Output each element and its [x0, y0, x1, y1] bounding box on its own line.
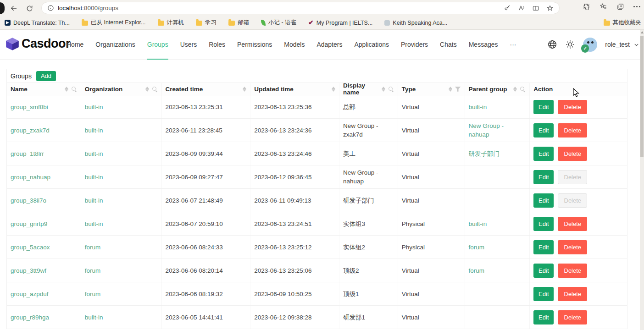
organization-link[interactable]: built-in	[85, 220, 103, 227]
organization-link[interactable]: built-in	[85, 127, 103, 134]
organization-link[interactable]: forum	[85, 267, 101, 274]
group-name-link[interactable]: group_nahuap	[11, 174, 50, 181]
nav-item-models[interactable]: Models	[278, 30, 311, 59]
filter-funnel-icon[interactable]	[455, 86, 461, 92]
page-scrollbar[interactable]	[640, 30, 644, 330]
nav-item-messages[interactable]: Messages	[463, 30, 504, 59]
column-header-display-name[interactable]: Display name	[339, 83, 398, 95]
delete-button[interactable]: Delete	[558, 100, 587, 114]
nav-item-groups[interactable]: Groups	[141, 30, 174, 59]
search-icon[interactable]	[71, 86, 77, 92]
delete-button[interactable]: Delete	[558, 287, 587, 301]
bookmark-item[interactable]: 计算机	[158, 19, 184, 27]
scrollbar-thumb[interactable]	[640, 36, 644, 157]
add-group-button[interactable]: Add	[36, 71, 56, 81]
nav-item-home[interactable]: Home	[61, 30, 89, 59]
parent-group-link[interactable]: built-in	[469, 220, 487, 228]
bookmark-deepl-translate-th[interactable]: DeepL Translate: Th...	[5, 20, 70, 26]
nav-item-providers[interactable]: Providers	[395, 30, 434, 59]
group-name-link[interactable]: group_5acaox	[11, 244, 50, 251]
organization-link[interactable]: forum	[85, 244, 101, 251]
edit-button[interactable]: Edit	[533, 147, 554, 161]
search-icon[interactable]	[520, 86, 526, 92]
nav-item-item[interactable]: ···	[504, 30, 522, 59]
sort-carets-icon[interactable]	[449, 87, 452, 92]
delete-button[interactable]: Delete	[558, 264, 587, 278]
delete-button[interactable]: Delete	[558, 217, 587, 231]
address-bar[interactable]: localhost:8000/groups	[41, 2, 560, 14]
search-icon[interactable]	[152, 86, 158, 92]
sort-carets-icon[interactable]	[145, 87, 149, 92]
favorites-bar-icon[interactable]	[600, 3, 607, 11]
edit-button[interactable]: Edit	[533, 100, 554, 114]
edit-button[interactable]: Edit	[533, 123, 554, 138]
nav-item-permissions[interactable]: Permissions	[231, 30, 278, 59]
nav-item-adapters[interactable]: Adapters	[311, 30, 348, 59]
language-globe-icon[interactable]	[547, 39, 557, 50]
delete-button[interactable]: Delete	[558, 147, 587, 161]
sort-carets-icon[interactable]	[332, 87, 335, 92]
column-header-organization[interactable]: Organization	[81, 83, 162, 95]
edit-button[interactable]: Edit	[533, 240, 554, 254]
edit-button[interactable]: Edit	[533, 264, 554, 278]
parent-group-link[interactable]: forum	[469, 243, 485, 252]
delete-button[interactable]: Delete	[558, 170, 587, 184]
edit-button[interactable]: Edit	[533, 310, 554, 324]
password-key-icon[interactable]	[504, 5, 511, 12]
organization-link[interactable]: forum	[85, 291, 101, 297]
split-screen-icon[interactable]	[532, 5, 539, 12]
read-aloud-icon[interactable]	[518, 5, 525, 12]
page-info-icon[interactable]	[47, 5, 54, 11]
parent-group-link[interactable]: forum	[469, 266, 485, 275]
edit-button[interactable]: Edit	[533, 287, 554, 301]
organization-link[interactable]: built-in	[85, 174, 103, 181]
column-header-created-time[interactable]: Created time	[162, 83, 251, 95]
group-name-link[interactable]: group_38ii7o	[11, 197, 46, 204]
edit-button[interactable]: Edit	[533, 170, 554, 184]
group-name-link[interactable]: group_azpduf	[11, 291, 49, 297]
parent-group-link[interactable]: 研发子部门	[469, 149, 500, 158]
other-favorites[interactable]: 其他收藏夹	[604, 19, 642, 27]
scroll-up-arrow-icon[interactable]	[641, 31, 644, 33]
collections-icon[interactable]	[616, 3, 624, 11]
sort-carets-icon[interactable]	[243, 87, 246, 92]
sort-carets-icon[interactable]	[65, 87, 68, 92]
bookmark-keith-speaking-aca[interactable]: Keith Speaking Aca...	[384, 20, 447, 26]
edit-button[interactable]: Edit	[533, 193, 554, 208]
organization-link[interactable]: built-in	[85, 104, 103, 110]
nav-item-roles[interactable]: Roles	[203, 30, 231, 59]
browser-menu-icon[interactable]	[633, 6, 640, 7]
column-header-parent-group[interactable]: Parent group	[465, 83, 530, 95]
delete-button[interactable]: Delete	[558, 193, 587, 208]
user-avatar[interactable]: ✓	[583, 38, 597, 52]
browser-essentials-icon[interactable]	[583, 3, 590, 11]
organization-link[interactable]: built-in	[85, 314, 103, 321]
nav-item-applications[interactable]: Applications	[348, 30, 395, 59]
sort-carets-icon[interactable]	[513, 87, 517, 92]
organization-link[interactable]: built-in	[85, 197, 103, 204]
group-name-link[interactable]: group_3tt9wf	[11, 267, 46, 274]
group-name-link[interactable]: group_r89hga	[11, 314, 49, 321]
group-name-link[interactable]: group_gnrtp9	[11, 220, 47, 227]
delete-button[interactable]: Delete	[558, 240, 587, 254]
refresh-icon[interactable]	[24, 3, 35, 14]
bookmark-internet-explor[interactable]: 已从 Internet Explor...	[82, 19, 146, 27]
bookmark-item[interactable]: 邮箱	[228, 19, 249, 27]
user-menu[interactable]: role_test	[605, 41, 639, 48]
sort-carets-icon[interactable]	[382, 87, 385, 92]
column-header-updated-time[interactable]: Updated time	[250, 83, 339, 95]
nav-item-users[interactable]: Users	[174, 30, 203, 59]
theme-sun-icon[interactable]	[565, 39, 575, 50]
bookmark-my-program-ielts[interactable]: ✔ My Program | IELTS...	[308, 20, 372, 26]
search-icon[interactable]	[388, 86, 394, 92]
parent-group-link[interactable]: built-in	[469, 103, 487, 111]
nav-item-chats[interactable]: Chats	[434, 30, 463, 59]
group-name-link[interactable]: group_zxak7d	[11, 127, 50, 134]
edit-button[interactable]: Edit	[533, 217, 554, 231]
group-name-link[interactable]: group_1t8lrr	[11, 150, 44, 157]
parent-group-link[interactable]: New Group - nahuap	[469, 121, 526, 139]
column-header-name[interactable]: Name	[7, 83, 81, 95]
nav-item-organizations[interactable]: Organizations	[89, 30, 141, 59]
favorite-star-icon[interactable]	[546, 5, 554, 12]
delete-button[interactable]: Delete	[558, 123, 587, 138]
